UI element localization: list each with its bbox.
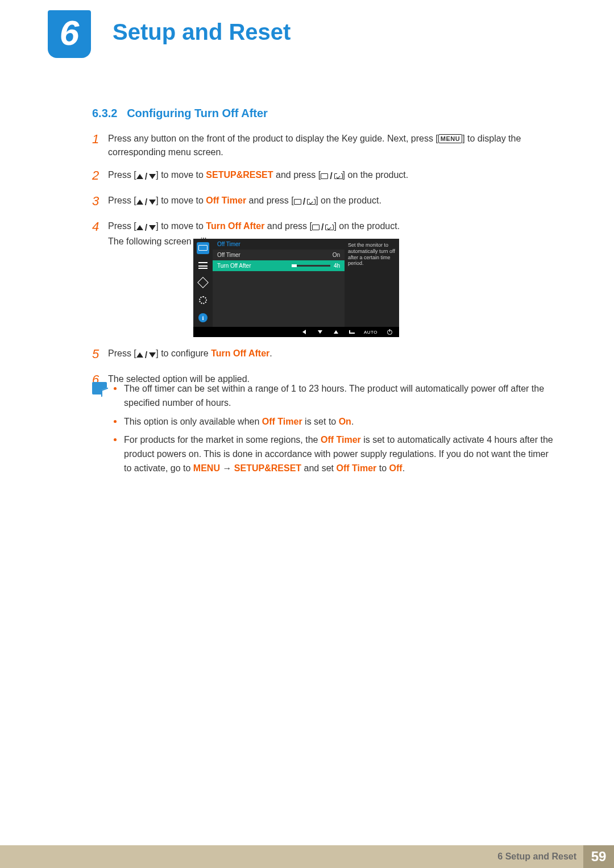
note-block: The off timer can be set within a range … [92,382,558,480]
step-body: Press [/] to move to SETUP&RESET and pre… [108,166,558,185]
nav-up-icon [332,329,340,335]
osd-tab-menu-icon [197,260,209,272]
section-title: Configuring Turn Off After [127,107,268,119]
osd-row-turn-off-after: Turn Off After 4h [213,260,345,271]
footer-page-number: 59 [583,845,614,868]
menu-key-icon: MENU [438,134,462,143]
osd-slider [292,265,330,267]
osd-row-off-timer: Off Timer On [213,250,345,260]
steps-list: 1 Press any button on the front of the p… [92,130,558,255]
osd-list: Off Timer Off Timer On Turn Off After 4h [213,239,345,327]
osd-panel-title: Off Timer [213,239,345,250]
step-2: 2 Press [/] to move to SETUP&RESET and p… [92,166,558,185]
step-5: 5 Press [/] to configure Turn Off After. [92,344,558,363]
section-heading: 6.3.2 Configuring Turn Off After [92,107,268,120]
step-number: 3 [92,192,108,210]
step-number: 2 [92,166,108,185]
note-icon [92,382,110,480]
nav-enter-icon [348,329,356,335]
step-number: 4 [92,217,108,248]
source-enter-icon: / [321,169,342,183]
osd-navbar: AUTO [193,327,399,337]
nav-down-icon [316,329,324,335]
osd-tab-size-icon [197,277,209,289]
step-body: Press [/] to configure Turn Off After. [108,344,558,363]
up-down-icon: / [136,196,156,209]
up-down-icon: / [136,170,156,184]
note-item: This option is only available when Off T… [124,415,558,429]
osd-screenshot: i Off Timer Off Timer On Turn Off After … [193,239,399,337]
step-number: 5 [92,344,108,363]
step-3: 3 Press [/] to move to Off Timer and pre… [92,192,558,210]
section-number: 6.3.2 [92,107,117,119]
note-list: The off timer can be set within a range … [110,382,558,480]
osd-tab-picture-icon [197,242,209,254]
page-footer: 6 Setup and Reset 59 [0,845,614,868]
chapter-title: Setup and Reset [113,19,291,45]
chapter-badge: 6 [48,10,91,58]
nav-auto-label: AUTO [364,330,377,335]
step-body: Press [/] to move to Off Timer and press… [108,192,558,210]
footer-chapter-label: 6 Setup and Reset [497,852,576,862]
chapter-number: 6 [48,10,91,56]
up-down-icon: / [136,221,156,235]
osd-tab-setup-icon [197,294,209,306]
note-item: The off timer can be set within a range … [124,382,558,410]
step-1: 1 Press any button on the front of the p… [92,130,558,159]
osd-tab-info-icon: i [197,312,209,323]
note-item: For products for the market in some regi… [124,433,558,475]
source-enter-icon: / [312,221,334,234]
step-body: Press any button on the front of the pro… [108,130,558,159]
nav-power-icon [385,329,393,335]
nav-back-icon [300,329,308,335]
source-enter-icon: / [294,195,316,209]
osd-description: Set the monitor to automatically turn of… [345,239,399,327]
up-down-icon: / [136,348,156,362]
step-number: 1 [92,130,108,159]
osd-sidebar: i [193,239,213,327]
